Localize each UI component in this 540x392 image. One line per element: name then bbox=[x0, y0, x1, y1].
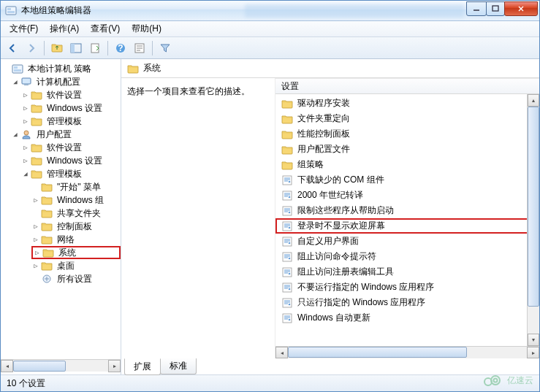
help-button[interactable]: ? bbox=[112, 39, 129, 57]
list-item[interactable]: 限制这些程序从帮助启动 bbox=[275, 203, 539, 218]
menu-action[interactable]: 操作(A) bbox=[44, 21, 85, 36]
list-item[interactable]: Windows 自动更新 bbox=[275, 310, 539, 326]
app-icon bbox=[5, 5, 17, 17]
tree-start-menu[interactable]: "开始" 菜单 bbox=[1, 180, 121, 193]
expand-icon[interactable]: ▷ bbox=[21, 143, 30, 152]
tree-windows-settings-user[interactable]: ▷Windows 设置 bbox=[1, 154, 121, 167]
list-item[interactable]: 2000 年世纪转译 bbox=[275, 188, 539, 203]
list-item[interactable]: 组策略 bbox=[275, 157, 539, 172]
tree-label: 管理模板 bbox=[45, 115, 84, 128]
filter-button[interactable] bbox=[156, 39, 174, 57]
tree-network[interactable]: ▷网络 bbox=[1, 233, 121, 246]
close-button[interactable] bbox=[504, 1, 538, 16]
scroll-down-icon[interactable]: ▾ bbox=[528, 334, 539, 346]
description-pane: 选择一个项目来查看它的描述。 bbox=[121, 78, 275, 358]
list-hscroll[interactable]: ◂ ▸ bbox=[275, 346, 539, 358]
tree-admin-templates-user[interactable]: ◢管理模板 bbox=[1, 167, 121, 180]
policy-icon bbox=[281, 267, 293, 277]
list-item[interactable]: 用户配置文件 bbox=[275, 142, 539, 157]
list-item[interactable]: 驱动程序安装 bbox=[275, 96, 539, 111]
forward-button[interactable] bbox=[23, 39, 40, 57]
tree-software-settings[interactable]: ▷软件设置 bbox=[1, 88, 121, 101]
menu-view[interactable]: 查看(V) bbox=[85, 21, 126, 36]
tree-shared-folders[interactable]: 共享文件夹 bbox=[1, 207, 121, 220]
tree-label: 计算机配置 bbox=[34, 75, 83, 89]
menu-file[interactable]: 文件(F) bbox=[4, 21, 44, 36]
folder-icon bbox=[31, 155, 42, 166]
main-header-title: 系统 bbox=[143, 62, 161, 74]
scroll-right-icon[interactable]: ▸ bbox=[527, 347, 539, 358]
expand-icon[interactable]: ▷ bbox=[21, 117, 30, 126]
folder-icon bbox=[281, 129, 293, 139]
maximize-button[interactable] bbox=[486, 1, 505, 16]
toolbar: ? bbox=[1, 37, 539, 59]
tree-system[interactable]: ▷系统 bbox=[1, 246, 121, 259]
tree-windows-settings[interactable]: ▷Windows 设置 bbox=[1, 101, 121, 115]
back-button[interactable] bbox=[4, 39, 21, 57]
list-item[interactable]: 下载缺少的 COM 组件 bbox=[275, 172, 539, 188]
folder-icon bbox=[31, 116, 42, 126]
computer-icon bbox=[20, 77, 32, 87]
expand-icon[interactable]: ▷ bbox=[31, 235, 40, 244]
gpedit-node-icon bbox=[12, 64, 23, 74]
tree-control-panel[interactable]: ▷控制面板 bbox=[1, 220, 121, 233]
folder-icon bbox=[41, 234, 53, 245]
scroll-left-icon[interactable]: ◂ bbox=[275, 347, 288, 358]
list-item[interactable]: 自定义用户界面 bbox=[275, 234, 539, 249]
tab-extended[interactable]: 扩展 bbox=[124, 358, 161, 375]
list-item[interactable]: 登录时不显示欢迎屏幕 bbox=[275, 218, 539, 234]
tree-user-config[interactable]: ◢用户配置 bbox=[1, 128, 121, 141]
expand-icon[interactable] bbox=[2, 64, 11, 73]
view-tabs: 扩展 标准 bbox=[121, 358, 539, 374]
collapse-icon[interactable]: ◢ bbox=[11, 130, 20, 139]
expand-icon[interactable]: ▷ bbox=[21, 156, 30, 165]
tree-admin-templates[interactable]: ▷管理模板 bbox=[1, 115, 121, 128]
tree-software-settings-user[interactable]: ▷软件设置 bbox=[1, 141, 121, 154]
show-hide-tree-button[interactable] bbox=[67, 39, 85, 57]
tree-computer-config[interactable]: ◢计算机配置 bbox=[1, 75, 121, 88]
settings-list[interactable]: 驱动程序安装文件夹重定向性能控制面板用户配置文件组策略下载缺少的 COM 组件2… bbox=[275, 94, 539, 327]
list-vscroll[interactable]: ▴ ▾ bbox=[527, 94, 539, 346]
body-area: 本地计算机 策略 ◢计算机配置 ▷软件设置 ▷Windows 设置 ▷管理模板 … bbox=[1, 59, 539, 375]
tree-label: 所有设置 bbox=[55, 272, 94, 286]
scroll-right-icon[interactable]: ▸ bbox=[108, 360, 121, 372]
tree-label: 管理模板 bbox=[45, 167, 84, 181]
tree-root[interactable]: 本地计算机 策略 bbox=[1, 62, 121, 75]
tree-windows-components[interactable]: ▷Windows 组 bbox=[1, 193, 121, 207]
tree-all-settings[interactable]: 所有设置 bbox=[1, 272, 121, 285]
list-item[interactable]: 不要运行指定的 Windows 应用程序 bbox=[275, 280, 539, 295]
collapse-icon[interactable]: ◢ bbox=[21, 169, 30, 178]
expand-icon[interactable]: ▷ bbox=[31, 261, 40, 270]
export-list-button[interactable] bbox=[86, 39, 104, 57]
list-item-label: 用户配置文件 bbox=[297, 143, 350, 155]
list-item[interactable]: 阻止访问注册表编辑工具 bbox=[275, 264, 539, 280]
tree-pane[interactable]: 本地计算机 策略 ◢计算机配置 ▷软件设置 ▷Windows 设置 ▷管理模板 … bbox=[1, 59, 121, 374]
description-prompt: 选择一个项目来查看它的描述。 bbox=[127, 86, 250, 96]
scroll-left-icon[interactable]: ◂ bbox=[1, 360, 13, 372]
tree-hscroll[interactable]: ◂ ▸ bbox=[1, 359, 121, 372]
up-level-button[interactable] bbox=[48, 39, 66, 57]
list-item[interactable]: 阻止访问命令提示符 bbox=[275, 249, 539, 264]
column-header-settings[interactable]: 设置 bbox=[275, 78, 539, 94]
tree-label: 共享文件夹 bbox=[55, 207, 103, 220]
expand-icon[interactable]: ▷ bbox=[33, 248, 42, 257]
collapse-icon[interactable]: ◢ bbox=[11, 77, 20, 86]
list-item[interactable]: 文件夹重定向 bbox=[275, 111, 539, 126]
folder-icon bbox=[281, 145, 293, 155]
expand-icon[interactable]: ▷ bbox=[31, 222, 40, 231]
tree-label: 软件设置 bbox=[45, 88, 84, 102]
list-item-label: 自定义用户界面 bbox=[297, 235, 359, 247]
properties-button[interactable] bbox=[131, 39, 148, 57]
tab-standard[interactable]: 标准 bbox=[160, 358, 197, 374]
expand-icon[interactable]: ▷ bbox=[21, 104, 30, 112]
expand-icon[interactable]: ▷ bbox=[21, 91, 30, 99]
expand-icon[interactable]: ▷ bbox=[31, 196, 40, 204]
tree-desktop[interactable]: ▷桌面 bbox=[1, 259, 121, 272]
toolbar-separator bbox=[44, 41, 45, 55]
list-item[interactable]: 只运行指定的 Windows 应用程序 bbox=[275, 295, 539, 310]
scroll-up-icon[interactable]: ▴ bbox=[528, 94, 539, 107]
minimize-button[interactable] bbox=[466, 1, 487, 16]
titlebar[interactable]: 本地组策略编辑器 bbox=[1, 1, 539, 21]
menu-help[interactable]: 帮助(H) bbox=[126, 21, 167, 36]
list-item[interactable]: 性能控制面板 bbox=[275, 126, 539, 142]
